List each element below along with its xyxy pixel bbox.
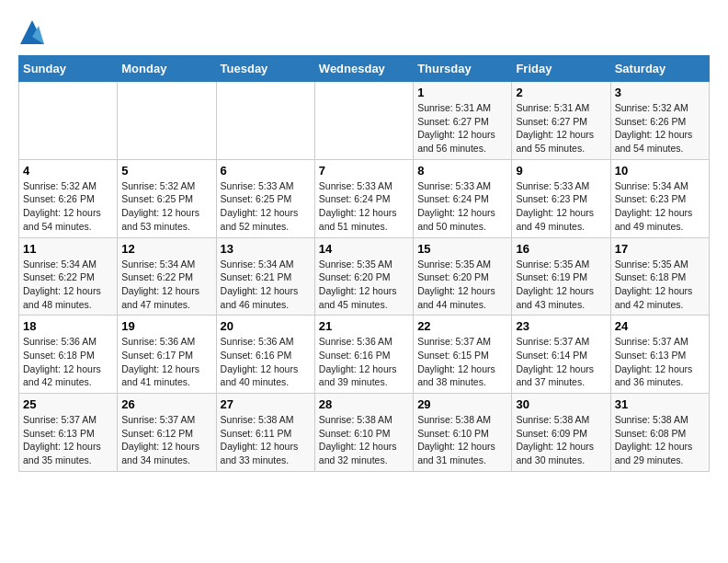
day-number: 4 [23, 164, 113, 178]
day-number: 18 [23, 319, 113, 333]
day-number: 23 [516, 319, 606, 333]
calendar-cell: 30Sunrise: 5:38 AM Sunset: 6:09 PM Dayli… [512, 394, 610, 472]
day-number: 1 [417, 86, 507, 99]
day-info: Sunrise: 5:31 AM Sunset: 6:27 PM Dayligh… [417, 101, 507, 155]
day-number: 2 [516, 86, 606, 99]
day-info: Sunrise: 5:34 AM Sunset: 6:22 PM Dayligh… [121, 258, 211, 312]
day-number: 20 [221, 319, 311, 333]
header-day-saturday: Saturday [610, 56, 709, 82]
day-number: 26 [121, 397, 211, 411]
day-number: 25 [23, 397, 113, 411]
header [18, 18, 710, 46]
calendar-cell: 26Sunrise: 5:37 AM Sunset: 6:12 PM Dayli… [118, 394, 216, 472]
day-number: 17 [615, 242, 705, 256]
calendar-cell: 4Sunrise: 5:32 AM Sunset: 6:26 PM Daylig… [19, 159, 118, 237]
calendar-cell [314, 82, 413, 160]
calendar-cell: 13Sunrise: 5:34 AM Sunset: 6:21 PM Dayli… [216, 237, 314, 316]
calendar-cell: 17Sunrise: 5:35 AM Sunset: 6:18 PM Dayli… [610, 237, 709, 316]
logo [18, 18, 50, 46]
calendar-cell: 5Sunrise: 5:32 AM Sunset: 6:25 PM Daylig… [118, 159, 216, 237]
day-info: Sunrise: 5:31 AM Sunset: 6:27 PM Dayligh… [516, 101, 606, 155]
day-number: 22 [417, 319, 507, 333]
day-info: Sunrise: 5:37 AM Sunset: 6:13 PM Dayligh… [23, 413, 113, 467]
header-day-wednesday: Wednesday [314, 56, 413, 82]
day-info: Sunrise: 5:35 AM Sunset: 6:20 PM Dayligh… [319, 258, 409, 312]
calendar-cell: 29Sunrise: 5:38 AM Sunset: 6:10 PM Dayli… [414, 394, 512, 472]
day-info: Sunrise: 5:35 AM Sunset: 6:18 PM Dayligh… [615, 258, 705, 312]
calendar-cell: 24Sunrise: 5:37 AM Sunset: 6:13 PM Dayli… [610, 316, 709, 394]
calendar-cell: 10Sunrise: 5:34 AM Sunset: 6:23 PM Dayli… [610, 159, 709, 237]
day-info: Sunrise: 5:35 AM Sunset: 6:20 PM Dayligh… [417, 258, 507, 312]
calendar-cell: 20Sunrise: 5:36 AM Sunset: 6:16 PM Dayli… [216, 316, 314, 394]
day-number: 10 [615, 164, 705, 178]
day-info: Sunrise: 5:38 AM Sunset: 6:11 PM Dayligh… [221, 413, 311, 467]
calendar-cell [19, 82, 118, 160]
calendar-cell: 19Sunrise: 5:36 AM Sunset: 6:17 PM Dayli… [118, 316, 216, 394]
calendar-cell: 25Sunrise: 5:37 AM Sunset: 6:13 PM Dayli… [19, 394, 118, 472]
day-info: Sunrise: 5:35 AM Sunset: 6:19 PM Dayligh… [516, 258, 606, 312]
day-number: 8 [417, 164, 507, 178]
day-number: 30 [516, 397, 606, 411]
day-info: Sunrise: 5:33 AM Sunset: 6:23 PM Dayligh… [516, 179, 606, 234]
page-container: SundayMondayTuesdayWednesdayThursdayFrid… [18, 18, 710, 472]
day-info: Sunrise: 5:32 AM Sunset: 6:26 PM Dayligh… [23, 179, 113, 234]
day-number: 16 [516, 242, 606, 256]
calendar-cell: 9Sunrise: 5:33 AM Sunset: 6:23 PM Daylig… [512, 159, 610, 237]
day-info: Sunrise: 5:36 AM Sunset: 6:16 PM Dayligh… [221, 335, 311, 389]
day-info: Sunrise: 5:36 AM Sunset: 6:17 PM Dayligh… [121, 335, 211, 389]
calendar-cell: 2Sunrise: 5:31 AM Sunset: 6:27 PM Daylig… [512, 82, 610, 160]
day-number: 3 [615, 86, 705, 99]
calendar-cell: 31Sunrise: 5:38 AM Sunset: 6:08 PM Dayli… [610, 394, 709, 472]
day-number: 13 [221, 242, 311, 256]
day-info: Sunrise: 5:33 AM Sunset: 6:24 PM Dayligh… [417, 179, 507, 234]
week-row-3: 11Sunrise: 5:34 AM Sunset: 6:22 PM Dayli… [19, 237, 710, 316]
day-info: Sunrise: 5:36 AM Sunset: 6:16 PM Dayligh… [319, 335, 409, 389]
day-info: Sunrise: 5:36 AM Sunset: 6:18 PM Dayligh… [23, 335, 113, 389]
week-row-1: 1Sunrise: 5:31 AM Sunset: 6:27 PM Daylig… [19, 82, 710, 160]
calendar-cell: 15Sunrise: 5:35 AM Sunset: 6:20 PM Dayli… [414, 237, 512, 316]
calendar-cell: 3Sunrise: 5:32 AM Sunset: 6:26 PM Daylig… [610, 82, 709, 160]
calendar-cell: 11Sunrise: 5:34 AM Sunset: 6:22 PM Dayli… [19, 237, 118, 316]
header-day-tuesday: Tuesday [216, 56, 314, 82]
day-number: 19 [121, 319, 211, 333]
day-number: 7 [319, 164, 409, 178]
day-number: 11 [23, 242, 113, 256]
day-info: Sunrise: 5:37 AM Sunset: 6:13 PM Dayligh… [615, 335, 705, 389]
calendar-cell: 22Sunrise: 5:37 AM Sunset: 6:15 PM Dayli… [414, 316, 512, 394]
day-info: Sunrise: 5:37 AM Sunset: 6:15 PM Dayligh… [417, 335, 507, 389]
day-info: Sunrise: 5:38 AM Sunset: 6:10 PM Dayligh… [417, 413, 507, 467]
calendar-cell [118, 82, 216, 160]
day-number: 28 [319, 397, 409, 411]
logo-icon [18, 18, 46, 46]
calendar-cell: 1Sunrise: 5:31 AM Sunset: 6:27 PM Daylig… [414, 82, 512, 160]
calendar-cell: 28Sunrise: 5:38 AM Sunset: 6:10 PM Dayli… [314, 394, 413, 472]
week-row-5: 25Sunrise: 5:37 AM Sunset: 6:13 PM Dayli… [19, 394, 710, 472]
day-number: 12 [121, 242, 211, 256]
day-info: Sunrise: 5:34 AM Sunset: 6:22 PM Dayligh… [23, 258, 113, 312]
day-info: Sunrise: 5:34 AM Sunset: 6:23 PM Dayligh… [615, 179, 705, 234]
header-day-monday: Monday [118, 56, 216, 82]
calendar-cell: 14Sunrise: 5:35 AM Sunset: 6:20 PM Dayli… [314, 237, 413, 316]
calendar-table: SundayMondayTuesdayWednesdayThursdayFrid… [18, 55, 710, 472]
calendar-cell [216, 82, 314, 160]
calendar-cell: 21Sunrise: 5:36 AM Sunset: 6:16 PM Dayli… [314, 316, 413, 394]
day-number: 5 [121, 164, 211, 178]
day-info: Sunrise: 5:34 AM Sunset: 6:21 PM Dayligh… [221, 258, 311, 312]
day-info: Sunrise: 5:38 AM Sunset: 6:10 PM Dayligh… [319, 413, 409, 467]
day-number: 21 [319, 319, 409, 333]
day-number: 9 [516, 164, 606, 178]
header-row: SundayMondayTuesdayWednesdayThursdayFrid… [19, 56, 710, 82]
day-number: 6 [221, 164, 311, 178]
calendar-cell: 6Sunrise: 5:33 AM Sunset: 6:25 PM Daylig… [216, 159, 314, 237]
day-info: Sunrise: 5:38 AM Sunset: 6:09 PM Dayligh… [516, 413, 606, 467]
day-info: Sunrise: 5:37 AM Sunset: 6:12 PM Dayligh… [121, 413, 211, 467]
day-info: Sunrise: 5:37 AM Sunset: 6:14 PM Dayligh… [516, 335, 606, 389]
day-number: 27 [221, 397, 311, 411]
header-day-friday: Friday [512, 56, 610, 82]
header-day-sunday: Sunday [19, 56, 118, 82]
calendar-cell: 16Sunrise: 5:35 AM Sunset: 6:19 PM Dayli… [512, 237, 610, 316]
calendar-cell: 7Sunrise: 5:33 AM Sunset: 6:24 PM Daylig… [314, 159, 413, 237]
day-number: 14 [319, 242, 409, 256]
calendar-cell: 8Sunrise: 5:33 AM Sunset: 6:24 PM Daylig… [414, 159, 512, 237]
day-info: Sunrise: 5:38 AM Sunset: 6:08 PM Dayligh… [615, 413, 705, 467]
